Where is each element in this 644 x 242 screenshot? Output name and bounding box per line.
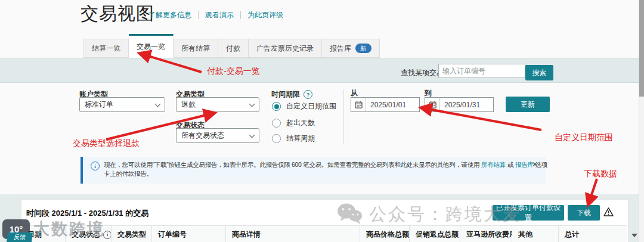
transaction-view-page: 交易视图 了解更多信息 观看演示 为此页评级 结算一览 交易一览 所有结算 付款… xyxy=(0,0,644,242)
warning-icon xyxy=(603,207,614,219)
report-repository-link[interactable]: 报告库 xyxy=(515,161,534,168)
download-button[interactable]: 下载 xyxy=(568,205,600,221)
banner-line2: 卡上的付款报告。 xyxy=(104,169,547,178)
new-badge: 新 xyxy=(355,44,371,53)
results-card: 时间段 2025/1/1 - 2025/1/31 的交易 已开发票订单付款设置 … xyxy=(21,199,628,242)
help-icon[interactable]: ? xyxy=(304,90,312,99)
rate-page-link[interactable]: 为此页评级 xyxy=(247,10,283,20)
from-date-input[interactable] xyxy=(366,101,420,109)
transaction-type-select[interactable]: 退款 xyxy=(176,97,259,112)
order-number-input[interactable] xyxy=(438,64,525,78)
from-date-field[interactable] xyxy=(351,97,420,112)
to-date-field[interactable] xyxy=(425,97,494,112)
annotation-date-range: 自定义日期范围 xyxy=(555,132,613,143)
account-type-select[interactable]: 标准订单 xyxy=(79,97,165,112)
chevron-down-icon xyxy=(249,101,255,107)
learn-more-link[interactable]: 了解更多信息 xyxy=(148,10,191,20)
scrollbar-thumb[interactable] xyxy=(639,0,644,97)
watch-demo-link[interactable]: 观看演示 xyxy=(205,10,234,20)
watermark-brand-text: 大数跨境 xyxy=(33,218,105,240)
tab-all-settlements[interactable]: 所有结算 xyxy=(174,39,218,58)
results-heading: 时间段 2025/1/1 - 2025/1/31 的交易 xyxy=(26,208,148,219)
annotation-transaction-type: 交易类型选择退款 xyxy=(73,138,140,149)
banner-close-icon[interactable]: ✕ xyxy=(532,160,538,169)
watermark-wechat-text: 公众号：跨境大麦 xyxy=(369,203,522,227)
feedback-close-icon[interactable]: ✕ xyxy=(35,233,39,240)
radio-custom-date-range[interactable]: 自定义日期范围 xyxy=(272,101,336,111)
column-total[interactable]: 总计 xyxy=(558,226,627,242)
all-settlements-link[interactable]: 所有结算 xyxy=(481,161,506,168)
column-product-price-total[interactable]: 商品价格总额 xyxy=(360,226,409,242)
banner-text: 现在，您可以使用“下载”按钮生成交易报告，如表中所示。此报告仅限 600 笔交易… xyxy=(104,160,547,178)
radio-settlement-cycle[interactable]: 结算周期 xyxy=(272,134,315,144)
time-period-label: 时间期限 xyxy=(271,89,300,100)
tab-ad-invoice-history[interactable]: 广告发票历史记录 xyxy=(249,39,322,58)
tab-bar: 结算一览 交易一览 所有结算 付款 广告发票历史记录 报告库 新 xyxy=(83,33,380,58)
wechat-icon xyxy=(336,202,363,227)
tab-settlement-overview[interactable]: 结算一览 xyxy=(83,39,129,58)
radio-icon xyxy=(272,119,281,128)
column-promo-rebate-total[interactable]: 促销返点总额 xyxy=(409,226,460,242)
watermark-wechat: 公众号：跨境大麦 xyxy=(336,202,522,227)
search-label: 查找某项交易 xyxy=(401,68,444,78)
banner-line1: 现在，您可以使用“下载”按钮生成交易报告，如表中所示。此报告仅限 600 笔交易… xyxy=(104,160,547,169)
radio-icon xyxy=(272,134,281,143)
info-icon: i xyxy=(91,162,100,170)
filter-divider xyxy=(343,89,344,144)
link-divider xyxy=(240,11,241,19)
transaction-status-select[interactable]: 所有交易状态 xyxy=(176,128,259,143)
link-divider xyxy=(198,11,199,19)
scroll-down-icon[interactable] xyxy=(631,234,637,237)
info-banner: i 现在，您可以使用“下载”按钮生成交易报告，如表中所示。此报告仅限 600 笔… xyxy=(80,157,546,184)
column-transaction-type[interactable]: 交易类型 xyxy=(111,226,151,242)
calendar-icon[interactable] xyxy=(351,98,366,111)
vertical-scrollbar[interactable] xyxy=(639,0,644,242)
tab-payments[interactable]: 付款 xyxy=(218,39,249,58)
radio-days-exceeded[interactable]: 超出天数 xyxy=(272,118,315,128)
feedback-button[interactable]: 反馈 xyxy=(7,232,33,242)
calendar-icon[interactable] xyxy=(425,98,440,111)
chevron-down-icon xyxy=(155,101,161,107)
radio-selected-icon xyxy=(272,102,281,111)
tab-report-repository[interactable]: 报告库 新 xyxy=(322,39,380,58)
tab-transaction-list[interactable]: 交易一览 xyxy=(129,34,174,58)
annotation-tab: 付款-交易一览 xyxy=(207,66,260,77)
column-amazon-fees[interactable]: 亚马逊所收费用 xyxy=(460,226,512,242)
time-period-label-row: 时间期限 ? xyxy=(271,89,312,100)
column-order-number[interactable]: 订单编号 xyxy=(151,226,225,242)
column-product-details[interactable]: 商品详情 xyxy=(225,226,360,242)
chevron-down-icon xyxy=(249,132,255,138)
page-title: 交易视图 xyxy=(80,2,154,26)
update-button[interactable]: 更新 xyxy=(506,97,550,112)
to-date-input[interactable] xyxy=(440,101,494,109)
annotation-download: 下载数据 xyxy=(584,169,617,179)
search-button[interactable]: 搜索 xyxy=(525,65,553,80)
table-header-row: 日期 交易状态i 交易类型 订单编号 商品详情 商品价格总额 促销返点总额 亚马… xyxy=(21,225,627,242)
header-links: 了解更多信息 观看演示 为此页评级 xyxy=(148,10,283,20)
column-other[interactable]: 其他 xyxy=(512,226,558,242)
